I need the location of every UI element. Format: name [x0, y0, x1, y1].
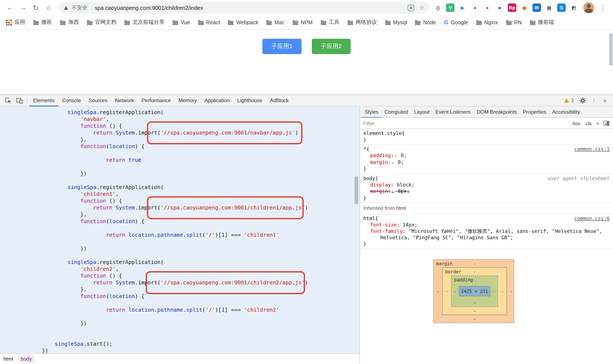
- extension-icon[interactable]: ▶: [458, 3, 467, 12]
- sidebar-tab-computed[interactable]: Computed: [382, 106, 411, 118]
- bookmark-item[interactable]: Mysql: [385, 19, 407, 25]
- devtools-tab-adblock[interactable]: AdBlock: [266, 95, 293, 106]
- rule-selector[interactable]: body: [363, 175, 375, 182]
- devtools-tab-lighthouse[interactable]: Lighthouse: [233, 95, 266, 106]
- extension-icon[interactable]: ●: [471, 3, 479, 12]
- extension-icon[interactable]: ◉: [520, 3, 529, 12]
- css-property[interactable]: display: block;: [363, 182, 610, 188]
- folder-icon: [415, 21, 421, 25]
- rule-selector[interactable]: *: [363, 146, 366, 152]
- page-scrollbar[interactable]: [609, 33, 613, 65]
- bookmark-label: Node: [423, 19, 436, 25]
- bookmark-star-icon[interactable]: ☆: [419, 4, 424, 11]
- app-button[interactable]: 子应用1: [262, 39, 301, 54]
- extension-icon[interactable]: V: [446, 3, 454, 12]
- code-line: [3, 252, 360, 259]
- bookmark-item[interactable]: 应用: [6, 19, 25, 26]
- sidebar-tab-styles[interactable]: Styles: [362, 106, 382, 118]
- extension-icon[interactable]: ●: [483, 3, 492, 12]
- devtools-tab-network[interactable]: Network: [111, 95, 138, 106]
- extension-icon[interactable]: ●: [495, 3, 504, 12]
- devtools-tab-application[interactable]: Application: [201, 95, 233, 106]
- devtools-menu-icon[interactable]: ⋮: [588, 95, 599, 106]
- bookmark-item[interactable]: React: [198, 19, 220, 25]
- extension-icon[interactable]: ▦: [545, 3, 553, 12]
- reload-icon[interactable]: ↻: [30, 2, 42, 14]
- bookmark-item[interactable]: 官网文档: [87, 19, 116, 26]
- stylesheet-link[interactable]: common.css:6: [569, 215, 610, 222]
- code-pane[interactable]: singleSpa.registerApplication( 'navbar',…: [0, 106, 360, 353]
- stylesheet-link[interactable]: common.css:1: [569, 146, 610, 152]
- address-bar[interactable]: 不安全 spa.caoyuanpeng.com:9001/children2/i…: [59, 2, 429, 14]
- bookmark-item[interactable]: RN: [506, 19, 522, 25]
- bookmark-item[interactable]: 微医: [33, 19, 52, 26]
- rule-selector[interactable]: html: [363, 215, 375, 222]
- toggle-classes[interactable]: .cls: [585, 121, 592, 126]
- devtools-tab-console[interactable]: Console: [58, 95, 85, 106]
- extension-icon[interactable]: Rp: [508, 3, 516, 12]
- extension-icon[interactable]: {}: [434, 3, 442, 12]
- toggle-sidebar-pane-icon[interactable]: [604, 121, 610, 126]
- devtools-tab-sources[interactable]: Sources: [85, 95, 111, 106]
- bookmark-item[interactable]: 北京前端分享: [124, 19, 164, 26]
- extension-icon[interactable]: S: [557, 3, 566, 12]
- settings-gear-icon[interactable]: [577, 95, 588, 106]
- box-model-padding[interactable]: padding - - - - 1425 × 231: [451, 275, 498, 307]
- bookmark-item[interactable]: 微前端: [530, 19, 554, 26]
- close-devtools-icon[interactable]: ×: [599, 95, 611, 106]
- devtools-tab-elements[interactable]: Elements: [29, 95, 58, 106]
- forward-icon[interactable]: →: [17, 2, 29, 14]
- new-style-rule-icon[interactable]: +: [596, 120, 599, 127]
- translate-icon[interactable]: A: [408, 4, 414, 11]
- breadcrumb-html[interactable]: html: [3, 356, 13, 362]
- bookmark-item[interactable]: Node: [415, 19, 436, 25]
- bookmark-item[interactable]: NPM: [293, 19, 313, 25]
- box-model-content-size[interactable]: 1425 × 231: [459, 286, 490, 296]
- app-button[interactable]: 子应用2: [312, 39, 351, 54]
- browser-menu-icon[interactable]: ⋮: [597, 4, 609, 12]
- css-property[interactable]: margin:▸ 8px;: [363, 188, 610, 195]
- margin-bottom-value: -: [442, 315, 507, 323]
- css-property[interactable]: font-size: 14px;: [363, 222, 610, 228]
- home-icon[interactable]: ⌂: [43, 2, 54, 14]
- sidebar-tab-dom-breakpoints[interactable]: DOM Breakpoints: [474, 106, 520, 118]
- box-model-border[interactable]: border - - - - padding - - -: [442, 267, 507, 315]
- sidebar-tab-properties[interactable]: Properties: [520, 106, 549, 118]
- profile-avatar[interactable]: [583, 2, 594, 13]
- browser-window: ← → ↻ ⌂ 不安全 spa.caoyuanpeng.com:9001/chi…: [0, 0, 613, 364]
- bookmark-item[interactable]: 海西: [60, 19, 79, 26]
- css-property[interactable]: margin:▸ 0;: [363, 159, 610, 166]
- inspect-icon[interactable]: [2, 95, 14, 106]
- bookmark-item[interactable]: Nginx: [476, 19, 498, 25]
- bookmark-item[interactable]: 工具: [320, 19, 339, 26]
- bookmark-item[interactable]: Webpack: [228, 19, 258, 25]
- extension-icon[interactable]: ✉: [533, 3, 541, 12]
- sidebar-tab-layout[interactable]: Layout: [411, 106, 432, 118]
- bookmark-item[interactable]: Mac: [267, 19, 285, 25]
- box-model-margin[interactable]: margin - - - - border - - - -: [433, 259, 514, 323]
- css-property[interactable]: font-family: "Microsoft YaHei", "微软雅黑", …: [363, 228, 610, 241]
- bookmark-item[interactable]: Vue: [173, 19, 190, 25]
- code-line: 'children1',: [3, 191, 360, 197]
- rule-selector[interactable]: element.style: [363, 130, 402, 137]
- styles-filter-input[interactable]: [363, 120, 567, 126]
- sidebar-tab-event-listeners[interactable]: Event Listeners: [432, 106, 473, 118]
- breadcrumb-body[interactable]: body: [18, 355, 34, 363]
- devtools-tab-performance[interactable]: Performance: [138, 95, 174, 106]
- warnings-badge[interactable]: 3: [564, 97, 574, 104]
- bookmark-label: Nginx: [484, 19, 498, 25]
- inherited-element-link[interactable]: html: [396, 205, 406, 211]
- bookmark-item[interactable]: GGoogle: [444, 19, 468, 26]
- bookmark-item[interactable]: 网络协议: [347, 19, 377, 26]
- back-icon[interactable]: ←: [4, 2, 16, 14]
- extension-icon[interactable]: ◩: [570, 3, 578, 12]
- devtools-tab-memory[interactable]: Memory: [175, 95, 201, 106]
- bookmark-label: RN: [514, 19, 522, 25]
- device-toolbar-icon[interactable]: [14, 95, 25, 106]
- folder-icon: [347, 21, 353, 25]
- folder-icon: [267, 21, 272, 25]
- code-scrollbar[interactable]: [354, 176, 358, 204]
- sidebar-tab-accessibility[interactable]: Accessibility: [549, 106, 583, 118]
- toggle-hover-state[interactable]: :hov: [572, 121, 580, 126]
- css-property[interactable]: padding:▸ 0;: [363, 152, 610, 159]
